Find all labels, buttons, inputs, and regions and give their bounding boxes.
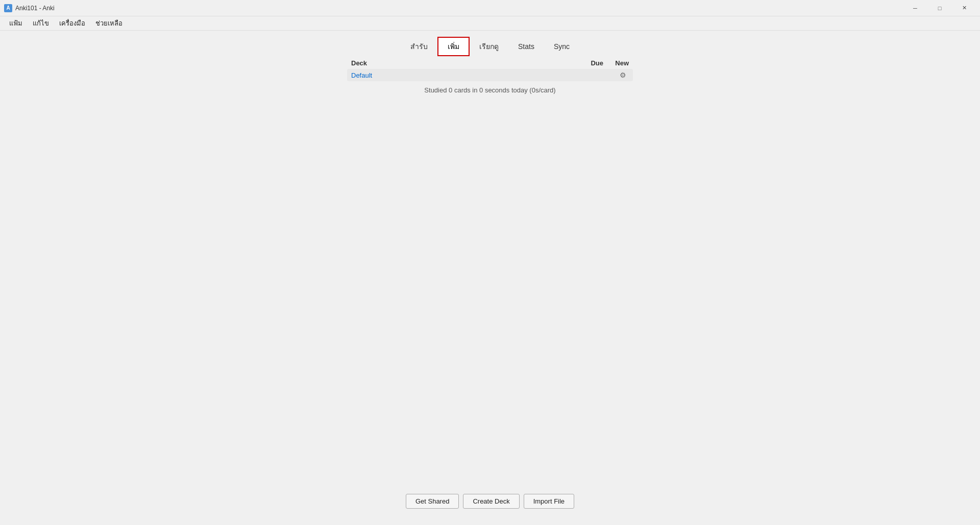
bottom-buttons: Get Shared Create Deck Import File (406, 494, 574, 509)
title-bar-left: A Anki101 - Anki (4, 4, 55, 12)
menu-tools[interactable]: เครื่องมือ (54, 16, 90, 31)
menu-bar: แฟ้ม แก้ไข เครื่องมือ ช่วยเหลือ (0, 16, 980, 31)
import-file-button[interactable]: Import File (524, 494, 574, 509)
menu-help[interactable]: ช่วยเหลือ (90, 16, 128, 31)
window-title: Anki101 - Anki (15, 5, 55, 12)
tab-stats[interactable]: Stats (508, 39, 544, 54)
title-bar-controls: ─ □ ✕ (903, 0, 976, 16)
tab-add[interactable]: เพิ่ม (437, 37, 470, 56)
studied-info: Studied 0 cards in 0 seconds today (0s/c… (347, 86, 633, 94)
minimize-button[interactable]: ─ (903, 0, 927, 16)
title-bar: A Anki101 - Anki ─ □ ✕ (0, 0, 980, 16)
gear-icon[interactable]: ⚙ (617, 71, 629, 79)
col-header-due: Due (573, 59, 603, 67)
get-shared-button[interactable]: Get Shared (406, 494, 459, 509)
tab-home[interactable]: สำรับ (401, 37, 437, 56)
maximize-button[interactable]: □ (928, 0, 951, 16)
nav-tabs: สำรับ เพิ่ม เรียกดู Stats Sync (401, 37, 579, 56)
col-header-deck: Deck (351, 59, 573, 67)
menu-edit[interactable]: แก้ไข (28, 16, 54, 31)
app-icon: A (4, 4, 12, 12)
col-header-new: New (603, 59, 629, 67)
create-deck-button[interactable]: Create Deck (463, 494, 519, 509)
menu-file[interactable]: แฟ้ม (4, 16, 28, 31)
deck-table-header: Deck Due New (347, 57, 633, 69)
main-content: สำรับ เพิ่ม เรียกดู Stats Sync Deck Due … (0, 31, 980, 525)
deck-row-default[interactable]: Default ⚙ (347, 69, 633, 81)
tab-browse[interactable]: เรียกดู (470, 37, 508, 56)
deck-name: Default (351, 71, 560, 79)
close-button[interactable]: ✕ (952, 0, 976, 16)
tab-sync[interactable]: Sync (544, 39, 579, 54)
deck-table: Deck Due New Default ⚙ Studied 0 cards i… (347, 57, 633, 94)
